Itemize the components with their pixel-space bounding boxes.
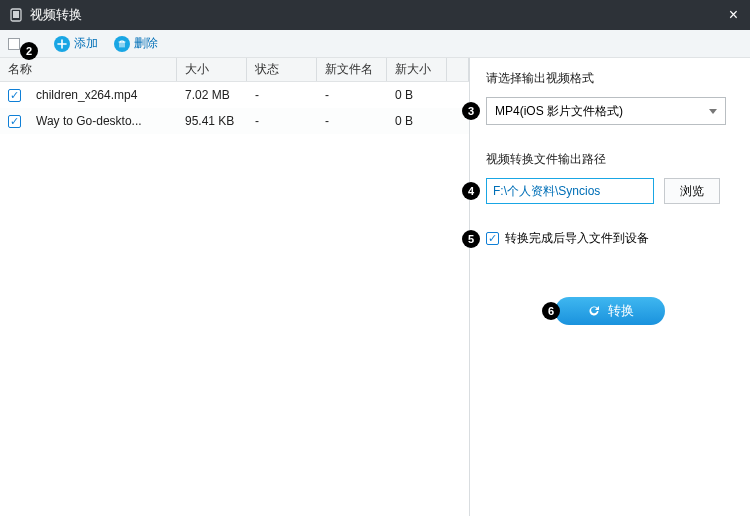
add-icon — [54, 36, 70, 52]
delete-icon — [114, 36, 130, 52]
video-convert-window: 视频转换 × 2 添加 删除 名称 大小 状态 新文件名 新大小 — [0, 0, 750, 516]
row-checkbox[interactable] — [8, 89, 21, 102]
th-name[interactable]: 名称 — [0, 58, 177, 81]
cell-name: Way to Go-deskto... — [28, 114, 177, 128]
badge-2: 2 — [20, 42, 38, 60]
cell-new-size: 0 B — [387, 114, 447, 128]
main-area: 名称 大小 状态 新文件名 新大小 children_x264.mp4 7.02… — [0, 58, 750, 516]
format-selected-value: MP4(iOS 影片文件格式) — [495, 103, 623, 120]
cell-state: - — [247, 114, 317, 128]
cell-name: children_x264.mp4 — [28, 88, 177, 102]
th-new-size[interactable]: 新大小 — [387, 58, 447, 81]
cell-new-size: 0 B — [387, 88, 447, 102]
chevron-down-icon — [709, 109, 717, 114]
table-row[interactable]: children_x264.mp4 7.02 MB - - 0 B — [0, 82, 469, 108]
output-path-input[interactable] — [486, 178, 654, 204]
badge-3: 3 — [462, 102, 480, 120]
cell-new-name: - — [317, 88, 387, 102]
table-row[interactable]: Way to Go-deskto... 95.41 KB - - 0 B — [0, 108, 469, 134]
convert-icon — [586, 303, 602, 319]
path-label: 视频转换文件输出路径 — [486, 151, 734, 168]
add-label: 添加 — [74, 35, 98, 52]
delete-label: 删除 — [134, 35, 158, 52]
import-after-convert-label: 转换完成后导入文件到设备 — [505, 230, 649, 247]
browse-button[interactable]: 浏览 — [664, 178, 720, 204]
th-size[interactable]: 大小 — [177, 58, 247, 81]
badge-4: 4 — [462, 182, 480, 200]
badge-6: 6 — [542, 302, 560, 320]
delete-button[interactable]: 删除 — [114, 35, 158, 52]
import-after-convert-checkbox[interactable] — [486, 232, 499, 245]
file-list-panel: 名称 大小 状态 新文件名 新大小 children_x264.mp4 7.02… — [0, 58, 470, 516]
convert-label: 转换 — [608, 302, 634, 320]
window-title: 视频转换 — [30, 6, 725, 24]
options-panel: 请选择输出视频格式 3 MP4(iOS 影片文件格式) 视频转换文件输出路径 4… — [470, 58, 750, 516]
select-all-checkbox[interactable] — [8, 38, 20, 50]
th-extra — [447, 58, 469, 81]
th-state[interactable]: 状态 — [247, 58, 317, 81]
table-header: 名称 大小 状态 新文件名 新大小 — [0, 58, 469, 82]
toolbar: 2 添加 删除 — [0, 30, 750, 58]
add-button[interactable]: 添加 — [54, 35, 98, 52]
format-label: 请选择输出视频格式 — [486, 70, 734, 87]
badge-5: 5 — [462, 230, 480, 248]
row-checkbox[interactable] — [8, 115, 21, 128]
cell-new-name: - — [317, 114, 387, 128]
cell-state: - — [247, 88, 317, 102]
format-select[interactable]: MP4(iOS 影片文件格式) — [486, 97, 726, 125]
cell-size: 7.02 MB — [177, 88, 247, 102]
close-icon[interactable]: × — [725, 6, 742, 24]
convert-button[interactable]: 转换 — [555, 297, 665, 325]
table-body: children_x264.mp4 7.02 MB - - 0 B Way to… — [0, 82, 469, 516]
cell-size: 95.41 KB — [177, 114, 247, 128]
app-icon — [8, 7, 24, 23]
titlebar: 视频转换 × — [0, 0, 750, 30]
svg-rect-1 — [13, 11, 19, 18]
th-new-name[interactable]: 新文件名 — [317, 58, 387, 81]
